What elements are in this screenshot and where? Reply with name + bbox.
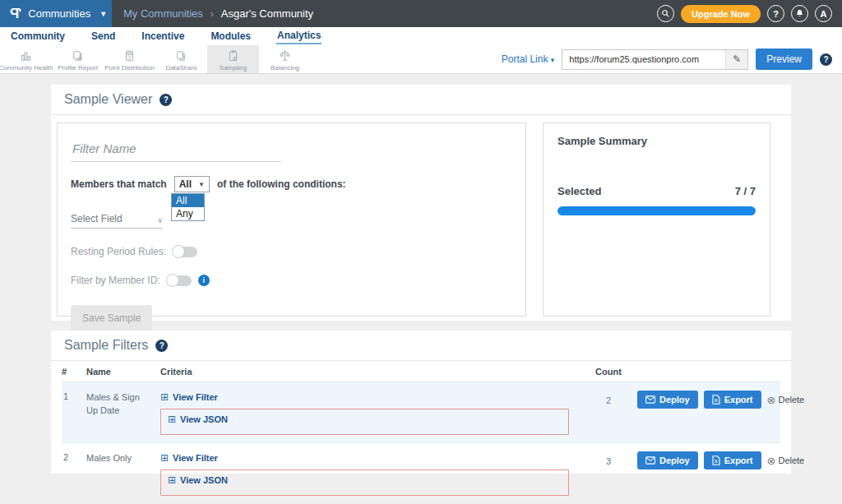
filter-builder-card: Members that match All ▼ of the followin… xyxy=(57,123,526,317)
tool-community-health[interactable]: Community Health xyxy=(0,45,52,73)
match-suffix-label: of the following conditions: xyxy=(217,178,346,190)
expand-plus-icon: ⊞ xyxy=(160,452,169,464)
chevron-down-icon: ▼ xyxy=(198,181,205,188)
view-json-link[interactable]: ⊞ View JSON xyxy=(168,412,228,425)
count-cell: 2 xyxy=(580,388,637,405)
export-file-icon xyxy=(712,455,720,465)
analytics-toolbar: Community Health Profile Report Point Di… xyxy=(0,45,842,74)
delete-circle-icon: ⊗ xyxy=(767,455,776,466)
nav-tab-analytics[interactable]: Analytics xyxy=(276,28,322,44)
nav-tab-incentive[interactable]: Incentive xyxy=(141,29,185,44)
tool-datashare[interactable]: DataShare xyxy=(155,45,207,73)
edit-url-button[interactable]: ✎ xyxy=(725,50,747,69)
deploy-button[interactable]: Deploy xyxy=(637,451,698,469)
match-select-dropdown: All Any xyxy=(171,193,205,221)
tool-label: Profile Report xyxy=(58,64,98,72)
export-button[interactable]: Export xyxy=(704,391,761,409)
info-icon[interactable]: i xyxy=(198,275,210,286)
resting-period-toggle[interactable] xyxy=(173,247,197,257)
delete-label: Delete xyxy=(778,395,804,405)
help-button[interactable]: ? xyxy=(767,5,784,22)
tool-label: Point Distribution xyxy=(104,64,154,72)
tool-balancing[interactable]: Balancing xyxy=(259,45,311,73)
sample-filters-help-badge[interactable]: ? xyxy=(155,340,168,352)
select-field-placeholder: Select Field xyxy=(71,213,123,224)
question-icon: ? xyxy=(160,341,164,350)
share-pages-icon xyxy=(174,49,188,62)
breadcrumb-my-communities[interactable]: My Communities xyxy=(123,7,203,20)
export-file-icon xyxy=(712,395,720,405)
pencil-icon: ✎ xyxy=(733,53,741,65)
nav-tab-community[interactable]: Community xyxy=(10,29,66,44)
member-id-toggle[interactable] xyxy=(167,275,192,286)
chevron-down-icon: ▼ xyxy=(99,10,107,18)
preview-button[interactable]: Preview xyxy=(756,49,812,70)
view-json-label: View JSON xyxy=(180,414,228,424)
selected-progress-bar xyxy=(557,206,756,215)
filter-name-input[interactable] xyxy=(71,136,281,162)
view-json-link[interactable]: ⊞ View JSON xyxy=(168,473,228,486)
sample-viewer-help-badge[interactable]: ? xyxy=(160,94,172,106)
breadcrumb-separator-icon: › xyxy=(210,8,214,20)
notifications-button[interactable] xyxy=(791,5,808,22)
criteria-cell: ⊞ View Filter ⊞ View JSON xyxy=(160,449,580,496)
communities-app-menu[interactable]: Ƥ Communities ▼ xyxy=(0,0,112,27)
question-icon: ? xyxy=(164,95,169,104)
tool-point-distribution[interactable]: Point Distribution xyxy=(104,45,155,73)
view-filter-link[interactable]: ⊞ View Filter xyxy=(160,449,218,464)
expand-plus-icon: ⊞ xyxy=(168,474,176,486)
delete-button[interactable]: ⊗ Delete xyxy=(767,455,805,466)
expand-plus-icon: ⊞ xyxy=(160,391,169,403)
view-filter-link[interactable]: ⊞ View Filter xyxy=(160,388,218,403)
tool-profile-report[interactable]: Profile Report xyxy=(52,45,104,73)
nav-tab-send[interactable]: Send xyxy=(90,29,116,44)
avatar-letter: A xyxy=(821,9,827,19)
selected-count: 7 / 7 xyxy=(735,185,756,197)
match-select-value: All xyxy=(179,178,192,190)
top-bar: Ƥ Communities ▼ My Communities › Asgar's… xyxy=(0,0,842,27)
tool-label: DataShare xyxy=(165,64,197,72)
pages-icon xyxy=(71,49,85,62)
sample-summary-card: Sample Summary Selected 7 / 7 xyxy=(543,123,770,317)
sample-viewer-body: Members that match All ▼ of the followin… xyxy=(51,115,791,324)
count-cell: 3 xyxy=(580,449,637,466)
questionpro-logo-icon: Ƥ xyxy=(10,6,21,22)
tool-sampling[interactable]: Sampling xyxy=(207,45,259,73)
search-button[interactable] xyxy=(657,5,674,22)
view-json-label: View JSON xyxy=(180,475,228,485)
match-prefix-label: Members that match xyxy=(71,178,167,190)
account-avatar[interactable]: A xyxy=(815,5,832,22)
nav-tab-modules[interactable]: Modules xyxy=(210,29,252,44)
col-header-criteria: Criteria xyxy=(160,367,580,377)
topbar-actions: Upgrade Now ? A xyxy=(657,0,842,27)
upgrade-now-button[interactable]: Upgrade Now xyxy=(681,5,761,23)
save-sample-button[interactable]: Save Sample xyxy=(71,305,152,331)
member-id-row: Filter by Member ID: i xyxy=(71,275,512,286)
filter-name-cell: Males Only xyxy=(86,449,160,465)
export-button[interactable]: Export xyxy=(704,451,761,469)
view-json-box: ⊞ View JSON xyxy=(160,409,569,435)
select-field-dropdown[interactable]: Select Field ∨ xyxy=(71,213,163,229)
chevron-down-icon: ∨ xyxy=(157,216,163,224)
sample-viewer-header: Sample Viewer ? xyxy=(51,85,791,115)
selected-label: Selected xyxy=(557,185,601,197)
row-number: 1 xyxy=(62,388,86,401)
deploy-label: Deploy xyxy=(659,455,690,465)
portal-link-label: Portal Link xyxy=(502,53,548,65)
delete-button[interactable]: ⊗ Delete xyxy=(767,395,805,405)
actions-cell: Deploy Export ⊗ Delete xyxy=(637,388,806,409)
deploy-button[interactable]: Deploy xyxy=(637,391,698,409)
portal-link-dropdown[interactable]: Portal Link ▾ xyxy=(502,53,555,65)
question-icon: ? xyxy=(773,9,779,19)
option-all[interactable]: All xyxy=(172,194,204,207)
view-filter-label: View Filter xyxy=(173,453,218,463)
delete-circle-icon: ⊗ xyxy=(767,395,776,405)
portal-url-input[interactable] xyxy=(562,50,725,69)
match-select[interactable]: All ▼ xyxy=(174,176,210,192)
filter-name-cell: Males & Sign Up Date xyxy=(86,388,160,418)
option-any[interactable]: Any xyxy=(172,207,204,220)
toolbar-help-badge[interactable]: ? xyxy=(820,53,832,66)
resting-period-label: Resting Period Rules: xyxy=(71,246,166,257)
section-title: Sample Viewer xyxy=(64,92,152,107)
sample-filters-table: # Name Criteria Count 1 Males & Sign Up … xyxy=(51,361,791,503)
